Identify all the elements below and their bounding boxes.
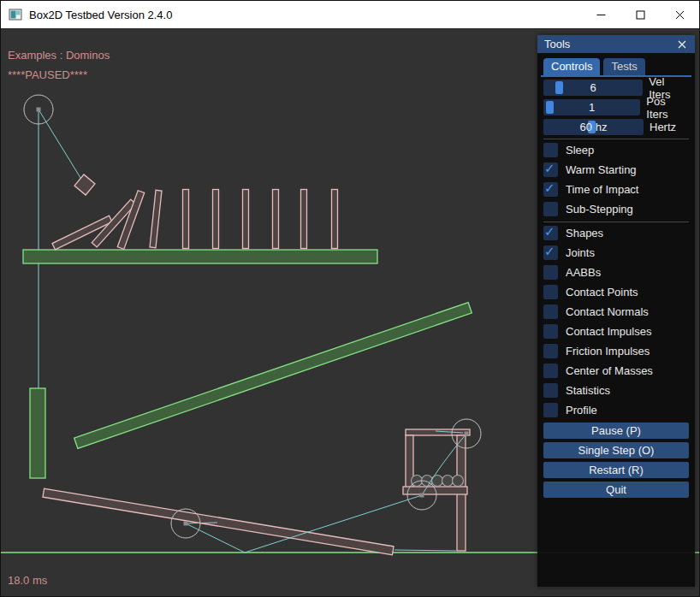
slider-label: Pos Iters [646, 95, 689, 121]
checkbox-checked[interactable]: ✓ [543, 182, 558, 197]
window-controls [581, 1, 699, 28]
checkbox-unchecked[interactable] [543, 364, 558, 378]
tools-panel-titlebar[interactable]: Tools [537, 35, 695, 53]
checkbox-row-shapes[interactable]: ✓Shapes [543, 226, 689, 240]
upright-domino [332, 190, 338, 249]
frame-time-label: 18.0 ms [8, 574, 47, 587]
checkbox-checked[interactable]: ✓ [543, 226, 558, 240]
checkbox-row-contact-normals[interactable]: Contact Normals [543, 304, 689, 319]
slider-hertz[interactable]: 60 hz [543, 119, 644, 135]
checkbox-row-joints[interactable]: ✓Joints [543, 245, 689, 260]
quit-button[interactable]: Quit [543, 482, 689, 498]
checkbox-unchecked[interactable] [543, 265, 558, 280]
checkbox-label: Contact Normals [566, 305, 649, 318]
checkbox-unchecked[interactable] [543, 202, 558, 216]
tab-tests[interactable]: Tests [603, 58, 644, 75]
checkbox-unchecked[interactable] [543, 344, 558, 358]
slider-value: 1 [543, 99, 640, 115]
panel-close-icon[interactable] [676, 38, 688, 50]
upright-domino [301, 190, 307, 249]
maximize-button[interactable] [620, 1, 660, 28]
checkbox-label: Sub-Stepping [566, 203, 633, 216]
tools-panel: Tools ControlsTests 6Vel Iters1Pos Iters… [537, 35, 695, 587]
checkbox-label: AABBs [566, 266, 601, 279]
checkbox-unchecked[interactable] [543, 383, 558, 398]
checkbox-section: Sleep✓Warm Starting✓Time of ImpactSub-St… [543, 143, 689, 417]
resting-ball [453, 476, 464, 487]
checkbox-checked[interactable]: ✓ [543, 245, 558, 260]
hanging-box [74, 174, 95, 195]
checkbox-row-sub-stepping[interactable]: Sub-Stepping [543, 202, 689, 216]
window-title: Box2D Testbed Version 2.4.0 [29, 9, 172, 21]
checkbox-label: Statistics [566, 384, 610, 397]
checkbox-checked[interactable]: ✓ [543, 163, 558, 177]
joint-line [394, 550, 456, 551]
slider-row: 1Pos Iters [543, 99, 689, 115]
angled-static-plank [74, 303, 472, 449]
checkbox-unchecked[interactable] [543, 304, 558, 319]
tab-bar: ControlsTests [543, 58, 689, 75]
separator [543, 139, 689, 139]
close-button[interactable] [660, 1, 699, 28]
paused-label: ****PAUSED**** [8, 68, 87, 81]
checkbox-row-friction-impulses[interactable]: Friction Impulses [543, 344, 689, 358]
checkbox-row-center-of-masses[interactable]: Center of Masses [543, 364, 689, 378]
slider-value: 60 hz [543, 119, 644, 135]
upright-domino [273, 190, 279, 249]
simulation-canvas[interactable]: Examples : Dominos ****PAUSED**** 18.0 m… [1, 28, 699, 596]
app-window: Box2D Testbed Version 2.4.0 Examples : D… [0, 0, 700, 597]
slider-label: Hertz [650, 121, 676, 133]
checkmark-icon: ✓ [544, 224, 555, 239]
slider-vel-iters[interactable]: 6 [543, 80, 643, 96]
checkbox-row-profile[interactable]: Profile [543, 403, 689, 417]
domino-shelf-platform [23, 250, 377, 263]
fallen-domino [150, 190, 162, 247]
checkmark-icon: ✓ [544, 161, 555, 176]
example-label: Examples : Dominos [8, 49, 110, 62]
upright-domino [183, 190, 189, 249]
single-step-o-button[interactable]: Single Step (O) [543, 442, 689, 458]
checkbox-row-contact-points[interactable]: Contact Points [543, 285, 689, 299]
upright-domino [243, 190, 249, 249]
checkbox-label: Center of Masses [566, 364, 653, 377]
checkbox-label: Profile [566, 404, 597, 417]
checkbox-row-time-of-impact[interactable]: ✓Time of Impact [543, 182, 689, 197]
checkbox-row-warm-starting[interactable]: ✓Warm Starting [543, 163, 689, 177]
anchor-dot [37, 108, 41, 112]
button-section: Pause (P)Single Step (O)Restart (R)Quit [543, 423, 689, 498]
slider-pos-iters[interactable]: 1 [543, 99, 640, 115]
resting-ball [442, 476, 454, 487]
frame-shelf [403, 487, 467, 494]
anchor-dot [465, 432, 469, 436]
app-icon [9, 8, 22, 21]
checkbox-label: Time of Impact [566, 183, 638, 196]
separator [543, 222, 689, 222]
pulley-rope-diagonal [39, 109, 85, 185]
checkbox-row-sleep[interactable]: Sleep [543, 143, 689, 157]
slider-row: 6Vel Iters [543, 80, 689, 96]
window-titlebar[interactable]: Box2D Testbed Version 2.4.0 [1, 1, 699, 28]
checkbox-label: Contact Impulses [566, 325, 651, 338]
pause-p-button[interactable]: Pause (P) [543, 423, 689, 439]
checkbox-unchecked[interactable] [543, 324, 558, 339]
checkbox-row-contact-impulses[interactable]: Contact Impulses [543, 324, 689, 339]
checkbox-label: Contact Points [566, 286, 638, 298]
anchor-dot [184, 522, 188, 526]
minimize-button[interactable] [581, 1, 620, 28]
checkmark-icon: ✓ [544, 180, 555, 196]
checkbox-label: Shapes [566, 227, 603, 239]
slider-value: 6 [543, 80, 643, 96]
checkbox-unchecked[interactable] [543, 143, 558, 157]
checkbox-label: Joints [566, 246, 595, 259]
checkbox-unchecked[interactable] [543, 285, 558, 299]
checkbox-row-aabbs[interactable]: AABBs [543, 265, 689, 280]
tools-panel-body: ControlsTests 6Vel Iters1Pos Iters60 hzH… [543, 53, 689, 587]
tab-controls[interactable]: Controls [543, 58, 600, 75]
checkbox-row-statistics[interactable]: Statistics [543, 383, 689, 398]
restart-r-button[interactable]: Restart (R) [543, 462, 689, 478]
checkbox-label: Friction Impulses [566, 345, 650, 358]
tools-panel-title: Tools [544, 38, 676, 50]
checkbox-label: Warm Starting [566, 163, 637, 176]
left-static-column [30, 388, 45, 478]
checkbox-unchecked[interactable] [543, 403, 558, 417]
